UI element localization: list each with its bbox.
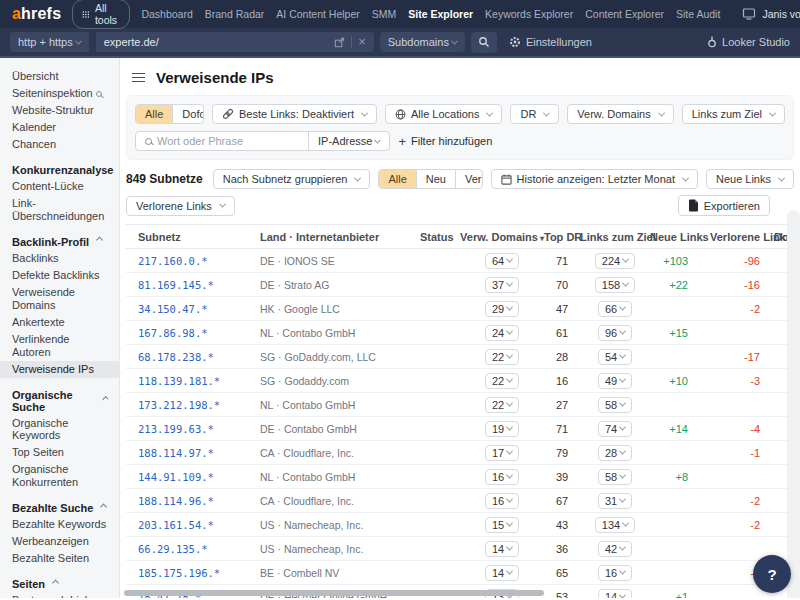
subnet-link[interactable]: 66.29.135.* [126,543,256,555]
table-row[interactable]: 185.175.196.*BE · Combell NV146516-2 [126,561,792,585]
col-header-land-internetanbieter[interactable]: Land · Internetanbieter [256,231,420,243]
cell-dropdown[interactable]: 49 [598,373,632,389]
cell-dropdown[interactable]: 15 [485,517,519,533]
sidebar-item[interactable]: Organische Konkurrenten [0,461,119,491]
sidebar-section-header[interactable]: Seiten [0,576,119,592]
col-header-neue-links[interactable]: Neue Links [650,231,710,243]
sidebar-item[interactable]: Link-Überschneidungen [0,195,119,225]
cell-dropdown[interactable]: 42 [598,541,632,557]
col-header-verw-domains[interactable]: Verw. Domains▾ [460,231,544,243]
sidebar-item[interactable]: Werbeanzeigen [0,533,119,550]
table-row[interactable]: 66.29.135.*US · Namecheap, Inc.143642 [126,537,792,561]
cell-dropdown[interactable]: 16 [598,565,632,581]
sidebar-item[interactable]: Bezahlte Seiten [0,550,119,567]
topnav-item[interactable]: Site Explorer [408,8,473,20]
sidebar-section-header[interactable]: Backlink-Profil [0,234,119,250]
scope-dropdown[interactable]: Subdomains [380,32,465,52]
sidebar-item[interactable]: Backlinks [0,250,119,267]
topnav-item[interactable]: Brand Radar [205,8,265,20]
subnet-link[interactable]: 68.178.238.* [126,351,256,363]
help-button[interactable]: ? [753,555,791,593]
subnet-link[interactable]: 34.150.47.* [126,303,256,315]
sidebar-item[interactable]: Website-Struktur [0,102,119,119]
sidebar-item[interactable]: Kalender [0,119,119,136]
subnet-link[interactable]: 144.91.109.* [126,471,256,483]
table-row[interactable]: 81.169.145.*DE · Strato AG3770158+22-16 [126,273,792,297]
cell-dropdown[interactable]: 96 [598,325,632,341]
ahrefs-logo[interactable]: ahrefs [12,5,61,23]
filter-tab-alle[interactable]: Alle [136,105,173,123]
cell-dropdown[interactable]: 22 [485,349,519,365]
cell-dropdown[interactable]: 24 [485,325,519,341]
col-header-links-zum-ziel[interactable]: Links zum Ziel [580,231,650,243]
subnet-link[interactable]: 188.114.96.* [126,495,256,507]
cell-dropdown[interactable]: 224 [595,253,635,269]
subnet-link[interactable]: 213.199.63.* [126,423,256,435]
new-links-dropdown[interactable]: Neue Links [706,169,794,189]
phrase-search-input[interactable] [157,135,299,147]
table-row[interactable]: 144.91.109.*NL · Contabo GmbH163958+8 [126,465,792,489]
col-header-status[interactable]: Status [420,231,460,243]
search-mode-dropdown[interactable]: IP-Adresse [309,132,389,150]
subnet-link[interactable]: 173.212.198.* [126,399,256,411]
hamburger-icon[interactable] [132,73,145,82]
status-tab-neu[interactable]: Neu [417,170,456,188]
protocol-dropdown[interactable]: http + https [10,32,89,52]
looker-studio-link[interactable]: Looker Studio [707,36,790,48]
table-row[interactable]: 118.139.181.*SG · Godaddy.com221649+10-3 [126,369,792,393]
locations-dropdown[interactable]: Alle Locations [385,104,503,124]
cell-dropdown[interactable]: 158 [595,277,635,293]
table-row[interactable]: 34.150.47.*HK · Google LLC294766-2 [126,297,792,321]
sidebar-item[interactable]: Defekte Backlinks [0,267,119,284]
cell-dropdown[interactable]: 16 [485,493,519,509]
filter-tab-dofollow[interactable]: Dofollow [173,105,204,123]
subnet-link[interactable]: 188.114.97.* [126,447,256,459]
topnav-item[interactable]: AI Content Helper [276,8,359,20]
cell-dropdown[interactable]: 22 [485,397,519,413]
subnet-link[interactable]: 203.161.54.* [126,519,256,531]
cell-dropdown[interactable]: 14 [598,589,632,599]
cell-dropdown[interactable]: 74 [598,421,632,437]
sidebar-item[interactable]: Beste nach Links [0,592,119,598]
user-menu[interactable]: Janis von Bleich... [742,8,800,20]
cell-dropdown[interactable]: 14 [485,541,519,557]
sidebar-item[interactable]: Chancen [0,136,119,153]
dr-dropdown[interactable]: DR [510,104,559,124]
sidebar-section-header[interactable]: Organische Suche [0,387,119,415]
cell-dropdown[interactable]: 28 [598,445,632,461]
links-zum-ziel-dropdown[interactable]: Links zum Ziel [682,104,785,124]
cell-dropdown[interactable]: 54 [598,349,632,365]
topnav-item[interactable]: Keywords Explorer [485,8,573,20]
group-by-dropdown[interactable]: Nach Subnetz gruppieren [213,169,371,189]
table-row[interactable]: 188.114.97.*CA · Cloudflare, Inc.177928-… [126,441,792,465]
status-tab-alle[interactable]: Alle [379,170,416,188]
verw-domains-dropdown[interactable]: Verw. Domains [567,104,673,124]
all-tools-button[interactable]: All tools [72,0,130,29]
sidebar-item[interactable]: Bezahlte Keywords [0,516,119,533]
sidebar-item[interactable]: Übersicht [0,68,119,85]
topnav-item[interactable]: Site Audit [676,8,720,20]
cell-dropdown[interactable]: 17 [485,445,519,461]
target-input[interactable]: experte.de/ × [96,32,374,52]
sidebar-item[interactable]: Verlinkende Autoren [0,331,119,361]
subnet-link[interactable]: 217.160.0.* [126,255,256,267]
sidebar-item[interactable]: Seiteninspektion [0,85,119,102]
table-row[interactable]: 173.212.198.*NL · Contabo GmbH222758 [126,393,792,417]
cell-dropdown[interactable]: 22 [485,373,519,389]
cell-dropdown[interactable]: 58 [598,469,632,485]
sidebar-item[interactable]: Organische Keywords [0,415,119,445]
vertical-scrollbar-track[interactable] [787,210,800,598]
subnet-link[interactable]: 81.169.145.* [126,279,256,291]
cell-dropdown[interactable]: 64 [485,253,519,269]
sidebar-item[interactable]: Ankertexte [0,314,119,331]
cell-dropdown[interactable]: 29 [485,301,519,317]
col-header-verlorene-links[interactable]: Verlorene Links [710,231,770,243]
cell-dropdown[interactable]: 31 [598,493,632,509]
cell-dropdown[interactable]: 14 [485,565,519,581]
horizontal-scrollbar[interactable] [124,590,544,596]
add-filter-button[interactable]: +Filter hinzufügen [398,135,492,147]
table-row[interactable]: 68.178.238.*SG · GoDaddy.com, LLC222854-… [126,345,792,369]
cell-dropdown[interactable]: 66 [598,301,632,317]
cell-dropdown[interactable]: 19 [485,421,519,437]
subnet-link[interactable]: 118.139.181.* [126,375,256,387]
